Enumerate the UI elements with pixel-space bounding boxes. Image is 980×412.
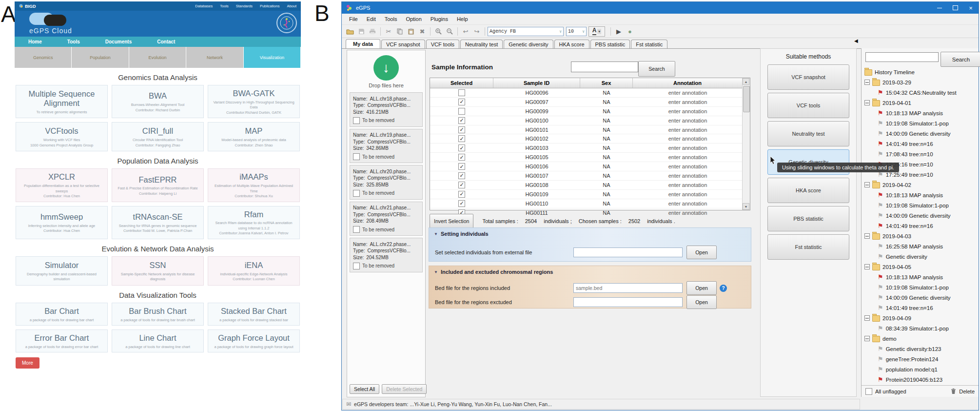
tree-item-14-01-49-tree-n-16[interactable]: ⚑14:01:49 tree:n=16 <box>862 303 979 313</box>
to-be-removed-checkbox[interactable] <box>353 117 360 124</box>
table-row-hg00096[interactable]: HG00096NAenter annotation <box>430 88 743 98</box>
tree-item-14-01-49-tree-n-16[interactable]: ⚑14:01:49 tree:n=16 <box>862 221 979 231</box>
scrollbar-thumb[interactable] <box>743 86 750 112</box>
tool-card-trnascan-se[interactable]: tRNAscan-SESearching for tRNA genes in g… <box>112 206 204 239</box>
row-checkbox[interactable]: ✓ <box>458 135 465 142</box>
tree-folder-demo[interactable]: demo <box>862 333 979 344</box>
cut-icon[interactable]: ✂ <box>383 26 394 36</box>
method-button-fst-statistic[interactable]: Fst statistic <box>767 234 849 260</box>
tree-folder-history-timeline[interactable]: History Timeline <box>862 67 979 77</box>
file-card-all-chr21-phase[interactable]: Name:ALL.chr21.phase...Type:CompressVCFB… <box>350 202 423 236</box>
nav-item-contact[interactable]: Contact <box>157 39 175 44</box>
tool-card-imaaps[interactable]: iMAAPsEstimation of Multiple-Wave Popula… <box>208 168 300 202</box>
table-row-hg00110[interactable]: ✓HG00110NAenter annotation <box>430 199 743 208</box>
tree-folder-2019-04-05[interactable]: 2019-04-05 <box>862 262 979 272</box>
tool-card-bwa-gatk[interactable]: BWA-GATKVariant Discovery in High-Throug… <box>208 85 300 118</box>
tree-item-17-08-43-tree-n-10[interactable]: ⚑17:08:43 tree:n=10 <box>862 149 979 159</box>
tab-vcf-snapshot[interactable]: VCF snapshot <box>381 40 425 48</box>
tree-item-genetic-diversity-b123[interactable]: ⚑Genetic diversity:b123 <box>862 344 979 354</box>
method-button-vcf-tools[interactable]: VCF tools <box>767 93 849 118</box>
select-all-button[interactable]: Select All <box>350 384 379 394</box>
tab-pbs-statistic[interactable]: PBS statistic <box>590 40 630 48</box>
nav-item-documents[interactable]: Documents <box>105 39 132 44</box>
tool-card-iena[interactable]: iENAindividual-specific Edge-Network Ana… <box>208 256 300 286</box>
more-button[interactable]: More <box>16 357 39 369</box>
tree-item-genetree-protein124[interactable]: ⚑geneTree:Protein124 <box>862 354 979 364</box>
tree-folder-2019-04-01[interactable]: 2019-04-01 <box>862 98 979 108</box>
tool-card-rfam[interactable]: RfamSearch Rfam database to do ncRNA ann… <box>208 206 300 239</box>
tool-card-error-bar-chart[interactable]: Error Bar Charta package of tools for dr… <box>16 330 108 352</box>
expander-icon[interactable] <box>864 100 870 105</box>
tool-card-map[interactable]: MAPModel-based analysis of proteomic dat… <box>208 122 300 151</box>
tool-card-hmmsweep[interactable]: hmmSweepInferring selection intensity an… <box>16 206 108 239</box>
expander-icon[interactable] <box>864 233 870 239</box>
bigd-logo[interactable]: BIGD <box>19 4 36 9</box>
tool-card-stacked-bar-chart[interactable]: Stacked Bar Charta package of tools for … <box>208 303 300 326</box>
table-row-hg00099[interactable]: HG00099NAenter annotation <box>430 107 743 116</box>
expander-icon[interactable] <box>864 182 870 187</box>
to-be-removed-checkbox[interactable] <box>353 190 360 197</box>
open-bed-excluded-button[interactable]: Open <box>686 295 717 309</box>
column-header-sex[interactable]: Sex <box>580 78 633 88</box>
tool-card-bwa[interactable]: BWABurrows-Wheeler-Alignment ToolContrib… <box>112 85 204 118</box>
tab-my-data[interactable]: My data <box>346 39 380 48</box>
category-tab-network[interactable]: Network <box>186 47 243 68</box>
setting-individuals-header[interactable]: ▼ Setting individuals <box>429 228 751 237</box>
expander-icon[interactable] <box>864 264 870 269</box>
copy-icon[interactable] <box>394 26 405 36</box>
annotation-cell[interactable]: enter annotation <box>633 182 743 188</box>
menu-help[interactable]: Help <box>452 15 472 23</box>
tree-folder-2019-04-02[interactable]: 2019-04-02 <box>862 180 979 190</box>
sample-search-input[interactable] <box>571 62 638 72</box>
tree-item-10-18-13-map-analysis[interactable]: ⚑10:18:13 MAP analysis <box>862 108 979 118</box>
tab-vcf-tools[interactable]: VCF tools <box>426 40 459 48</box>
topbar-link-tools[interactable]: Tools <box>220 4 229 8</box>
expander-icon[interactable] <box>864 80 870 85</box>
menu-plugins[interactable]: Plugins <box>426 15 452 23</box>
row-checkbox[interactable]: ✓ <box>458 172 465 179</box>
font-size-combo[interactable]: 10∨ <box>566 27 587 36</box>
scroll-down-icon[interactable]: ▼ <box>743 203 749 210</box>
nav-item-tools[interactable]: Tools <box>67 39 80 44</box>
all-unflagged-checkbox[interactable] <box>865 388 872 395</box>
invert-selection-button[interactable]: Invert Selection <box>430 214 473 228</box>
annotation-cell[interactable]: enter annotation <box>633 108 743 114</box>
tree-folder-2019-04-09[interactable]: 2019-04-09 <box>862 313 979 323</box>
tool-card-ssn[interactable]: SSNSample-Specific Network analysis for … <box>112 256 204 286</box>
topbar-link-standards[interactable]: Standards <box>236 4 253 8</box>
file-card-all-chr22-phase[interactable]: Name:ALL.chr22.phase...Type:CompressVCFB… <box>350 238 423 272</box>
tool-card-bar-brush-chart[interactable]: Bar Brush Charta package of tools for dr… <box>112 303 204 326</box>
tab-genetic-diversity[interactable]: Genetic diversity <box>504 40 553 48</box>
table-scrollbar[interactable]: ▲ ▼ <box>742 78 750 210</box>
delete-selected-button[interactable]: Delete Selected <box>382 384 427 394</box>
undo-icon[interactable]: ↩ <box>460 26 471 36</box>
tree-item-10-18-13-map-analysis[interactable]: ⚑10:18:13 MAP analysis <box>862 190 979 200</box>
category-tab-visualization[interactable]: Visualization <box>244 47 301 68</box>
print-icon[interactable] <box>367 26 378 36</box>
paste-icon[interactable] <box>406 26 416 36</box>
minimize-button[interactable] <box>932 2 947 14</box>
row-checkbox[interactable]: ✓ <box>458 182 465 188</box>
row-checkbox[interactable]: ✓ <box>458 126 465 133</box>
delete-button[interactable]: Delete <box>959 389 975 394</box>
bed-included-input[interactable] <box>573 283 683 293</box>
tool-card-simulator[interactable]: SimulatorDemography builder and coalesce… <box>16 256 108 286</box>
chromosomal-regions-header[interactable]: ▼ Included and exctuded chromosmal regio… <box>429 266 751 275</box>
method-button-pbs-statistic[interactable]: PBS statistic <box>767 206 849 231</box>
annotation-cell[interactable]: enter annotation <box>633 99 743 105</box>
tool-card-bar-chart[interactable]: Bar Charta package of tools for drawing … <box>16 303 108 326</box>
row-checkbox[interactable]: ✓ <box>458 163 465 170</box>
close-button[interactable]: × <box>963 2 979 14</box>
annotation-cell[interactable]: enter annotation <box>633 136 743 142</box>
tool-card-ciri-full[interactable]: CIRI_fullCircular RNA Identification Too… <box>112 122 204 151</box>
tree-item-10-19-08-simulator-1-pop[interactable]: ⚑10:19:08 Simulator:1-pop <box>862 118 979 128</box>
to-be-removed-checkbox[interactable] <box>353 226 360 233</box>
category-tab-genomics[interactable]: Genomics <box>15 47 72 68</box>
scroll-up-icon[interactable]: ▲ <box>743 78 749 85</box>
tool-card-graph-force-layout[interactable]: Graph Force Layouta package of tools for… <box>208 330 300 352</box>
row-checkbox[interactable]: ✓ <box>458 144 465 151</box>
table-row-hg00105[interactable]: ✓HG00105NAenter annotation <box>430 153 743 162</box>
drop-files-icon[interactable]: ↓ <box>373 55 399 81</box>
tool-card-multiple-sequence-alignment[interactable]: Multiple Sequence AlignmentTo retrieve g… <box>16 85 108 118</box>
tree-item-08-34-39-simulator-1-pop[interactable]: ⚑08:34:39 Simulator:1-pop <box>862 323 979 333</box>
